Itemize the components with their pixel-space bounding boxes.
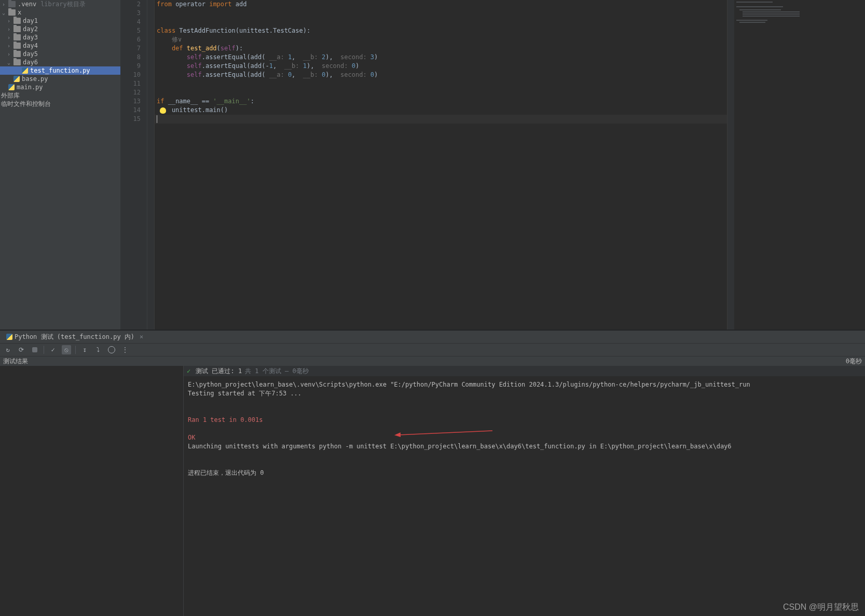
caret xyxy=(157,115,157,123)
python-file-icon xyxy=(13,76,20,82)
tree-item-external-libs[interactable]: 外部库 xyxy=(0,91,120,100)
tree-hint: library根目录 xyxy=(40,0,86,9)
folder-icon xyxy=(13,18,21,24)
results-time: 0毫秒 xyxy=(846,357,862,366)
passed-text: 测试 已通过: 1 xyxy=(196,367,242,376)
test-tree[interactable] xyxy=(0,366,184,616)
results-label: 测试结果 xyxy=(3,357,28,366)
svg-line-0 xyxy=(399,431,492,435)
chevron-right-icon: › xyxy=(6,43,11,49)
tree-label: day2 xyxy=(23,25,38,33)
tree-item-day3[interactable]: › day3 xyxy=(0,33,120,42)
run-tool-window[interactable]: Python 测试 (test_function.py 内) × ↻ ⟳ ✓ ⦸… xyxy=(0,330,865,616)
check-icon xyxy=(187,367,193,375)
chevron-down-icon: ⌄ xyxy=(1,10,6,16)
line-number[interactable]: 2 xyxy=(120,0,147,9)
chevron-right-icon: › xyxy=(6,26,11,32)
project-tree[interactable]: › .venv library根目录 ⌄ x › day1 › day2 xyxy=(0,0,120,330)
chevron-right-icon: › xyxy=(6,18,11,24)
python-file-icon xyxy=(8,84,15,90)
line-number[interactable]: 14 xyxy=(120,106,147,115)
chevron-down-icon: ⌄ xyxy=(6,60,11,65)
folder-icon xyxy=(13,34,21,40)
annotation-arrow-icon xyxy=(394,426,498,441)
tree-label: day4 xyxy=(23,42,38,50)
chevron-right-icon: › xyxy=(1,2,6,7)
code-area[interactable]: from operator import add class TestAddFu… xyxy=(155,0,727,330)
tree-item-test-function[interactable]: › test_function.py xyxy=(0,66,120,75)
console-output[interactable]: E:\python_project\learn_base\.venv\Scrip… xyxy=(184,376,865,616)
separator xyxy=(75,346,76,354)
folder-icon xyxy=(13,51,21,57)
tree-item-day6[interactable]: ⌄ day6 xyxy=(0,58,120,66)
show-passed-icon[interactable]: ✓ xyxy=(48,345,58,354)
line-number[interactable]: 5 xyxy=(120,26,147,35)
minimap[interactable] xyxy=(734,0,865,330)
tree-label: .venv xyxy=(18,0,36,8)
tree-item-scratches[interactable]: 临时文件和控制台 xyxy=(0,100,120,108)
close-icon[interactable]: × xyxy=(136,333,143,340)
show-ignored-icon[interactable]: ⦸ xyxy=(62,345,71,354)
line-number[interactable]: 12 xyxy=(120,88,147,97)
tree-item-day2[interactable]: › day2 xyxy=(0,25,120,33)
code-text[interactable]: from operator import add class TestAddFu… xyxy=(155,0,727,115)
error-stripe[interactable] xyxy=(727,0,734,330)
tree-label: day5 xyxy=(23,50,38,58)
tree-item-day4[interactable]: › day4 xyxy=(0,42,120,50)
folder-icon xyxy=(13,43,21,49)
python-file-icon xyxy=(6,334,12,340)
gutter[interactable]: 2 3 4 5 6 7 8 9 10 11 12 13 14 15 xyxy=(120,0,147,330)
watermark: CSDN @明月望秋思 xyxy=(783,602,859,613)
chevron-right-icon: › xyxy=(6,35,11,40)
run-tab[interactable]: Python 测试 (test_function.py 内) × xyxy=(3,331,146,343)
expand-icon[interactable]: ⤵ xyxy=(93,345,103,354)
editor[interactable]: 2 3 4 5 6 7 8 9 10 11 12 13 14 15 from o xyxy=(120,0,865,330)
history-icon[interactable] xyxy=(107,345,116,354)
tree-label: 外部库 xyxy=(1,91,20,100)
tree-label: day6 xyxy=(23,58,38,66)
line-number[interactable]: 8 xyxy=(120,53,147,62)
line-number[interactable]: 13 xyxy=(120,97,147,106)
tree-label: main.py xyxy=(17,83,43,91)
python-file-icon xyxy=(22,67,28,74)
line-number[interactable]: 9 xyxy=(120,62,147,71)
separator xyxy=(44,346,44,354)
tree-item-base[interactable]: › base.py xyxy=(0,75,120,83)
line-number[interactable]: 4 xyxy=(120,18,147,26)
tree-label: test_function.py xyxy=(30,66,90,75)
chevron-right-icon: › xyxy=(6,51,11,57)
line-number[interactable]: 10 xyxy=(120,71,147,79)
tree-label: day1 xyxy=(23,17,38,25)
test-summary: 测试 已通过: 1 共 1 个测试 – 0毫秒 xyxy=(184,366,865,376)
tree-label: base.py xyxy=(22,75,48,83)
run-tab-bar[interactable]: Python 测试 (test_function.py 内) × xyxy=(0,331,865,343)
line-number[interactable]: 15 xyxy=(120,115,147,124)
line-number[interactable]: 7 xyxy=(120,44,147,53)
tree-item-day5[interactable]: › day5 xyxy=(0,50,120,58)
tree-item-x[interactable]: ⌄ x xyxy=(0,8,120,17)
line-number[interactable]: 3 xyxy=(120,9,147,18)
tree-item-main[interactable]: › main.py xyxy=(0,83,120,91)
run-tab-label: Python 测试 (test_function.py 内) xyxy=(15,333,134,341)
rerun-failed-icon[interactable]: ⟳ xyxy=(17,345,26,354)
stop-icon[interactable] xyxy=(30,345,39,354)
line-number[interactable]: 6 xyxy=(120,35,147,44)
tree-label: day3 xyxy=(23,33,38,42)
tree-label: 临时文件和控制台 xyxy=(1,100,51,108)
tree-item-venv[interactable]: › .venv library根目录 xyxy=(0,0,120,8)
line-number[interactable]: 11 xyxy=(120,79,147,88)
folder-icon xyxy=(8,9,16,16)
console[interactable]: 测试 已通过: 1 共 1 个测试 – 0毫秒 E:\python_projec… xyxy=(184,366,865,616)
fold-gutter[interactable] xyxy=(147,0,155,330)
results-header[interactable]: 测试结果 0毫秒 xyxy=(0,357,865,366)
test-toolbar[interactable]: ↻ ⟳ ✓ ⦸ ↧ ⤵ ⋮ xyxy=(0,343,865,357)
sort-icon[interactable]: ↧ xyxy=(80,345,89,354)
rerun-icon[interactable]: ↻ xyxy=(3,345,12,354)
folder-icon xyxy=(13,59,21,65)
tree-item-day1[interactable]: › day1 xyxy=(0,17,120,25)
more-icon[interactable]: ⋮ xyxy=(120,345,130,354)
folder-icon xyxy=(13,26,21,32)
intention-bulb-icon[interactable] xyxy=(160,107,166,114)
folder-icon xyxy=(8,1,16,7)
current-line-highlight xyxy=(155,115,727,124)
